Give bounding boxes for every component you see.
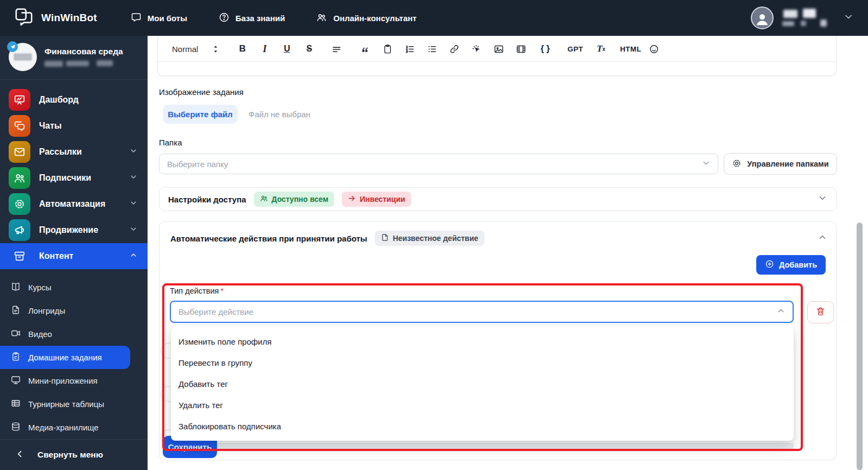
add-action-button[interactable]: Добавить <box>756 255 826 275</box>
question-circle-icon <box>219 12 229 24</box>
folder-select[interactable] <box>159 154 718 174</box>
paste-clipboard-button[interactable] <box>380 41 394 57</box>
nav-knowledge-base[interactable]: База знаний <box>219 12 285 24</box>
user-name-redacted <box>782 8 834 28</box>
chevron-up-icon <box>129 251 138 262</box>
gear-icon <box>732 158 742 170</box>
access-settings-card[interactable]: Настройки доступа Доступно всем Инвестиц… <box>159 187 837 211</box>
people-group-icon <box>316 12 327 24</box>
action-type-select[interactable] <box>170 301 794 323</box>
badge-label: Неизвестное действие <box>393 234 478 243</box>
bullet-list-button[interactable] <box>425 41 439 57</box>
topbar-user-area[interactable] <box>751 7 854 29</box>
dropdown-option-move-to-group[interactable]: Перевести в группу <box>171 352 794 373</box>
code-braces-button[interactable]: { } <box>538 41 552 57</box>
chevron-down-icon[interactable] <box>843 11 854 24</box>
subitem-tournament-tables[interactable]: Турнирные таблицы <box>0 392 148 416</box>
sidebar-submenu-content: Курсы Лонгриды Видео Домашние задания Ми… <box>0 269 148 439</box>
nav-label: Мои боты <box>148 14 187 23</box>
action-type-dropdown: Изменить поле профиля Перевести в группу… <box>171 326 794 441</box>
sidebar-item-promotion[interactable]: Продвижение <box>0 217 148 243</box>
sidebar: Финансовая среда Дашборд Чаты <box>0 36 148 470</box>
sidebar-item-subscribers[interactable]: Подписчики <box>0 165 148 191</box>
required-asterisk: * <box>220 287 224 295</box>
strikethrough-button[interactable]: S <box>302 41 316 57</box>
dropdown-option-add-tag[interactable]: Добавить тег <box>171 373 794 395</box>
link-button[interactable] <box>447 41 461 57</box>
vertical-scrollbar[interactable] <box>857 223 863 470</box>
ai-cursor-icon[interactable] <box>469 41 483 57</box>
rich-text-editor: Normal B I U S <box>157 36 837 76</box>
editor-text-area[interactable] <box>158 62 836 76</box>
badge-investments: Инвестиции <box>342 192 411 207</box>
chevron-left-icon <box>15 449 24 461</box>
sidebar-item-chats[interactable]: Чаты <box>0 113 148 139</box>
sidebar-item-label: Подписчики <box>39 173 120 183</box>
clear-formatting-button[interactable]: Tx <box>594 41 608 57</box>
html-button[interactable]: HTML <box>620 41 641 57</box>
subitem-media-storage[interactable]: Медиа-хранилище <box>0 416 148 439</box>
subitem-label: Медиа-хранилище <box>28 423 99 432</box>
user-avatar <box>751 7 774 29</box>
subitem-homework[interactable]: Домашние задания <box>0 346 130 369</box>
access-settings-title: Настройки доступа <box>168 195 246 204</box>
align-button[interactable] <box>329 41 343 57</box>
subitem-longreads[interactable]: Лонгриды <box>0 299 148 322</box>
profile-text: Финансовая среда <box>44 43 123 71</box>
sidebar-item-label: Продвижение <box>39 225 120 235</box>
action-type-input[interactable] <box>178 307 785 316</box>
folder-select-input[interactable] <box>167 160 710 169</box>
subitem-label: Домашние задания <box>28 353 102 362</box>
underline-button[interactable]: U <box>280 41 294 57</box>
delete-action-button[interactable] <box>807 301 834 323</box>
topbar: WinWinBot Мои боты База знаний Онлайн-ко… <box>0 0 868 36</box>
dropdown-option-change-profile-field[interactable]: Изменить поле профиля <box>171 331 794 352</box>
clipboard-icon <box>11 352 21 363</box>
subitem-label: Курсы <box>28 283 52 292</box>
choose-file-button[interactable]: Выберите файл <box>163 105 238 124</box>
paragraph-style-select[interactable]: Normal <box>172 41 200 57</box>
dropdown-option-remove-tag[interactable]: Удалить тег <box>171 395 794 416</box>
sidebar-item-dashboard[interactable]: Дашборд <box>0 87 148 113</box>
task-image-label: Изображение задания <box>159 87 244 97</box>
emoji-button[interactable] <box>647 41 661 57</box>
video-embed-button[interactable] <box>514 41 528 57</box>
style-stepper-icon[interactable] <box>208 41 222 57</box>
users-icon <box>260 194 268 204</box>
action-type-label: Тип действия* <box>170 287 224 295</box>
italic-button[interactable]: I <box>258 41 272 57</box>
nav-online-consultant[interactable]: Онлайн-консультант <box>316 12 416 24</box>
chevron-up-icon[interactable] <box>818 232 827 244</box>
nav-my-bots[interactable]: Мои боты <box>131 12 187 24</box>
subitem-video[interactable]: Видео <box>0 322 148 346</box>
ordered-list-button[interactable] <box>403 41 417 57</box>
sidebar-profile[interactable]: Финансовая среда <box>0 36 148 80</box>
megaphone-icon <box>9 219 30 241</box>
archive-box-icon <box>9 245 30 267</box>
dropdown-option-block-subscriber[interactable]: Заблокировать подписчика <box>171 416 794 437</box>
telegram-icon <box>7 41 18 52</box>
chevron-down-icon <box>129 147 138 157</box>
image-button[interactable] <box>492 41 506 57</box>
video-camera-icon <box>11 328 21 340</box>
subitem-label: Турнирные таблицы <box>28 399 104 409</box>
sidebar-item-automation[interactable]: Автоматизация <box>0 191 148 217</box>
auto-actions-header[interactable]: Автоматические действия при принятии раб… <box>159 222 836 246</box>
blockquote-button[interactable] <box>358 41 372 57</box>
sidebar-item-mailings[interactable]: Рассылки <box>0 139 148 165</box>
manage-folders-button[interactable]: Управление папками <box>724 153 837 175</box>
document-icon <box>381 233 389 243</box>
sidebar-item-content[interactable]: Контент <box>0 243 148 269</box>
subitem-mini-apps[interactable]: Мини-приложения <box>0 369 148 392</box>
no-file-text: Файл не выбран <box>248 110 310 119</box>
chevron-down-icon[interactable] <box>818 193 827 205</box>
users-icon <box>9 167 30 189</box>
badge-label: Доступно всем <box>272 195 329 204</box>
collapse-menu-button[interactable]: Свернуть меню <box>0 439 148 470</box>
brand[interactable]: WinWinBot <box>14 7 97 29</box>
subitem-courses[interactable]: Курсы <box>0 276 148 299</box>
add-action-label: Добавить <box>779 261 817 269</box>
bold-button[interactable]: B <box>235 41 250 57</box>
chat-bubble-icon <box>131 12 142 24</box>
gpt-button[interactable]: GPT <box>567 41 583 57</box>
